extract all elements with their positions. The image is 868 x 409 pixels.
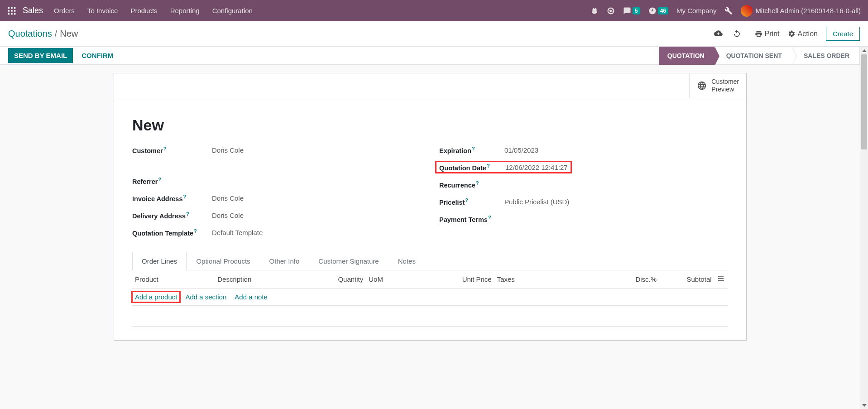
status-steps: QUOTATION QUOTATION SENT SALES ORDER bbox=[659, 47, 860, 64]
svg-rect-7 bbox=[11, 13, 12, 14]
svg-rect-5 bbox=[14, 10, 15, 11]
support-icon[interactable] bbox=[607, 7, 615, 15]
breadcrumb-quotations[interactable]: Quotations bbox=[8, 29, 52, 39]
svg-rect-1 bbox=[11, 7, 12, 8]
apps-launcher-icon[interactable] bbox=[7, 6, 16, 15]
activities-badge: 46 bbox=[658, 7, 668, 14]
discard-icon[interactable] bbox=[733, 29, 741, 39]
print-label: Print bbox=[765, 30, 780, 38]
cloud-save-icon[interactable] bbox=[714, 29, 723, 39]
tools-icon[interactable] bbox=[724, 7, 733, 15]
menu-to-invoice[interactable]: To Invoice bbox=[87, 7, 118, 14]
action-bar: Quotations / New Print Action Create bbox=[0, 21, 868, 47]
user-menu[interactable]: Mitchell Admin (21609148-16-0-all) bbox=[741, 5, 861, 17]
menu-reporting[interactable]: Reporting bbox=[170, 7, 200, 14]
menu-orders[interactable]: Orders bbox=[54, 7, 75, 14]
breadcrumb-current: New bbox=[60, 29, 78, 39]
messages-badge: 5 bbox=[633, 7, 640, 14]
step-quotation-sent[interactable]: QUOTATION SENT bbox=[715, 47, 792, 65]
svg-rect-2 bbox=[14, 7, 15, 8]
company-selector[interactable]: My Company bbox=[676, 7, 716, 14]
user-name: Mitchell Admin (21609148-16-0-all) bbox=[755, 7, 861, 14]
app-brand[interactable]: Sales bbox=[23, 6, 43, 15]
step-sales-order[interactable]: SALES ORDER bbox=[792, 47, 860, 65]
action-button[interactable]: Action bbox=[788, 30, 818, 38]
messages-icon[interactable]: 5 bbox=[623, 7, 640, 15]
breadcrumb-separator: / bbox=[55, 29, 58, 39]
svg-rect-8 bbox=[14, 13, 15, 14]
print-button[interactable]: Print bbox=[755, 30, 780, 38]
top-navbar: Sales Orders To Invoice Products Reporti… bbox=[0, 0, 868, 21]
activities-icon[interactable]: 46 bbox=[648, 7, 668, 15]
create-button[interactable]: Create bbox=[826, 27, 860, 41]
status-bar: SEND BY EMAIL CONFIRM QUOTATION QUOTATIO… bbox=[0, 47, 868, 65]
svg-rect-0 bbox=[8, 7, 10, 8]
avatar bbox=[741, 5, 753, 17]
confirm-button[interactable]: CONFIRM bbox=[76, 48, 119, 63]
svg-rect-6 bbox=[8, 13, 10, 14]
svg-rect-4 bbox=[11, 10, 12, 11]
top-menu: Orders To Invoice Products Reporting Con… bbox=[54, 7, 253, 14]
scroll-thumb[interactable] bbox=[861, 54, 867, 65]
bug-icon[interactable] bbox=[590, 7, 599, 15]
svg-rect-3 bbox=[8, 10, 10, 11]
menu-configuration[interactable]: Configuration bbox=[212, 7, 253, 14]
action-label: Action bbox=[798, 30, 818, 38]
menu-products[interactable]: Products bbox=[130, 7, 157, 14]
scroll-up-icon[interactable] bbox=[860, 47, 868, 54]
systray: 5 46 My Company Mitchell Admin (21609148… bbox=[590, 5, 861, 17]
send-by-email-button[interactable]: SEND BY EMAIL bbox=[8, 48, 73, 63]
scrollbar-vertical[interactable] bbox=[860, 47, 868, 65]
step-quotation[interactable]: QUOTATION bbox=[659, 47, 715, 65]
breadcrumb: Quotations / New bbox=[8, 29, 78, 39]
